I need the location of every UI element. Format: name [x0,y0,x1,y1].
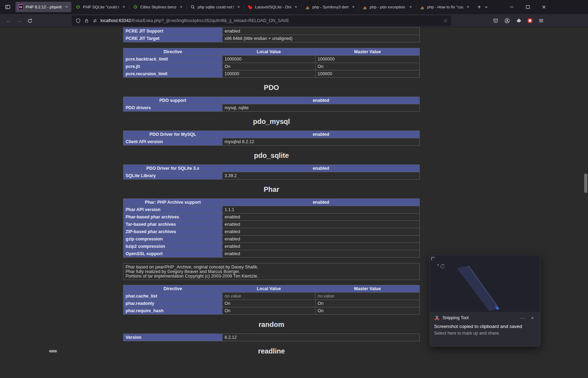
table-cell: enabled [222,228,420,236]
tab-php-sqlite[interactable]: PHP SQLite "could not × [73,2,129,12]
table-cell: enabled [222,221,420,228]
bookmark-star-icon[interactable]: ☆ [443,18,448,23]
shield-icon[interactable] [75,18,81,23]
navigation-bar: ← → localhost:63342/Eska/Eska.php?_ijt=e… [0,14,588,27]
section-heading-random: random [123,320,420,329]
minimize-button[interactable] [504,0,520,14]
table-row: PCRE JIT Targetx86 64bit (little endian … [123,35,420,42]
extensions-icon[interactable] [513,15,524,26]
table-header-row: PDO supportenabled [123,97,420,104]
table-cell: 100000 [222,70,316,78]
table-cell: PDO support [123,97,222,104]
stackoverflow-icon [305,4,310,10]
toast-subtitle[interactable]: Select here to mark up and share. [430,329,540,337]
table-cell: Version [123,334,222,341]
phpstorm-icon: PS [18,4,23,10]
vertical-scrollbar-thumb[interactable] [584,174,587,193]
tab-close-icon[interactable]: × [293,5,298,9]
firefox-view-icon[interactable] [3,2,13,12]
back-button[interactable]: ← [3,15,14,26]
tab-close-icon[interactable]: × [408,5,413,9]
screenshot-preview[interactable] [430,255,540,312]
tab-close-icon[interactable]: × [121,5,126,9]
close-button[interactable] [536,0,552,14]
table-cell: gzip compression [123,236,222,243]
url-text[interactable]: localhost:63342/Eska/Eska.php?_ijt=es5ng… [100,18,289,23]
tab-title: PHP SQLite "could not [83,5,119,9]
tab-close-icon[interactable]: × [236,5,241,9]
table-cell: pcre.backtrack_limit [123,56,222,63]
forward-button[interactable]: → [14,15,24,26]
table-cell: Master Value [316,48,420,56]
table-cell: Local Value [222,285,316,292]
tab-close-icon[interactable]: × [64,5,69,9]
phar-credits-note: Phar based on pear/PHP_Archive, original… [123,263,420,280]
snipping-tool-toast[interactable]: Snipping Tool ··· × Screenshot copied to… [430,255,540,346]
table-row: OpenSSL supportenabled [123,250,420,258]
table-row: phar.readonlyOnOn [123,300,420,307]
section-heading-pdo-sqlite: pdo_sqlite [123,151,420,160]
tab-php-sqlite-search[interactable]: php sqlite could not fi × [187,2,243,12]
phpinfo-content: PCRE JIT SupportenabledPCRE JIT Targetx8… [123,27,420,360]
note-line: Portions of tar implementation Copyright… [126,274,417,279]
toast-close-icon[interactable]: × [529,315,536,321]
pdo-table: PDO supportenabledPDO driversmysql, sqli… [123,97,420,112]
section-heading-readline: readline [123,347,420,355]
tab-phpinfo[interactable]: PS PHP 8.2.12 - phpinfo() × [15,2,71,12]
table-header-row: PDO Driver for MySQLenabled [123,131,420,138]
account-icon[interactable] [502,15,512,26]
table-row: phar.require_hashOnOn [123,307,420,314]
tab-cities-skylines[interactable]: Cities Skylines benzeri × [130,2,186,12]
lock-icon[interactable] [84,18,89,23]
pcre-directives-table: DirectiveLocal ValueMaster Valuepcre.bac… [123,48,420,78]
table-row: Client API versionmysqlnd 8.2.12 [123,138,420,146]
tab-close-icon[interactable]: × [179,5,184,9]
tab-close-icon[interactable]: × [466,5,470,9]
reload-button[interactable] [24,15,35,26]
snipping-tool-icon [434,315,440,321]
tab-strip: PS PHP 8.2.12 - phpinfo() × PHP SQLite "… [15,0,474,14]
table-cell: no value [316,292,420,300]
horizontal-scrollbar-thumb[interactable] [49,350,57,352]
list-tabs-chevron-icon[interactable] [482,3,490,11]
maximize-button[interactable] [520,0,536,14]
tab-laravel-sqlite[interactable]: Laravel/SQLite - Driver × [245,2,301,12]
tab-pdo-exception[interactable]: php - pdo exception d × [360,2,416,12]
ublock-icon[interactable] [525,15,535,26]
laravel-icon [247,4,253,10]
table-cell: pcre.recursion_limit [123,70,222,78]
table-cell: PCRE JIT Target [123,35,222,42]
table-cell: On [316,300,420,307]
tab-close-icon[interactable]: × [351,5,356,9]
table-cell: enabled [222,199,420,206]
table-cell: On [222,63,316,70]
table-cell: enabled [222,250,420,258]
table-row: pcre.backtrack_limit10000001000000 [123,56,420,63]
menu-icon[interactable] [536,15,546,26]
tab-symfony-demo[interactable]: php - Symfony3 demo × [302,2,358,12]
table-cell: mysqlnd 8.2.12 [222,138,420,146]
table-row: PCRE JIT Supportenabled [123,28,420,35]
pocket-icon[interactable] [490,15,501,26]
stackoverflow-icon [362,4,368,10]
tab-how-to-fix[interactable]: php - How to fix "coul × [417,2,473,12]
toast-more-icon[interactable]: ··· [519,315,526,321]
pcre-settings-table: PCRE JIT SupportenabledPCRE JIT Targetx8… [123,27,420,42]
table-row: PDO driversmysql, sqlite [123,104,420,112]
table-row: ZIP-based phar archivesenabled [123,228,420,236]
connection-swap-icon[interactable] [92,18,98,23]
pdo-mysql-table: PDO Driver for MySQLenabledClient API ve… [123,131,420,146]
table-row: bzip2 compressionenabled [123,243,420,250]
url-bar[interactable]: localhost:63342/Eska/Eska.php?_ijt=es5ng… [72,15,451,26]
section-heading-phar: Phar [123,185,420,194]
table-row: Phar API version1.1.1 [123,206,420,214]
tab-title: php - pdo exception d [370,5,406,9]
tab-title: Cities Skylines benzeri [140,5,177,9]
random-table: Version8.2.12 [123,334,420,341]
table-cell: enabled [222,28,420,35]
tab-title: php - Symfony3 demo [312,5,349,9]
table-cell: On [222,307,316,314]
table-cell: x86 64bit (little endian + unaligned) [222,35,420,42]
table-cell: PDO Driver for SQLite 3.x [123,165,222,172]
section-heading-pdo-mysql: pdo_mysql [123,117,420,126]
